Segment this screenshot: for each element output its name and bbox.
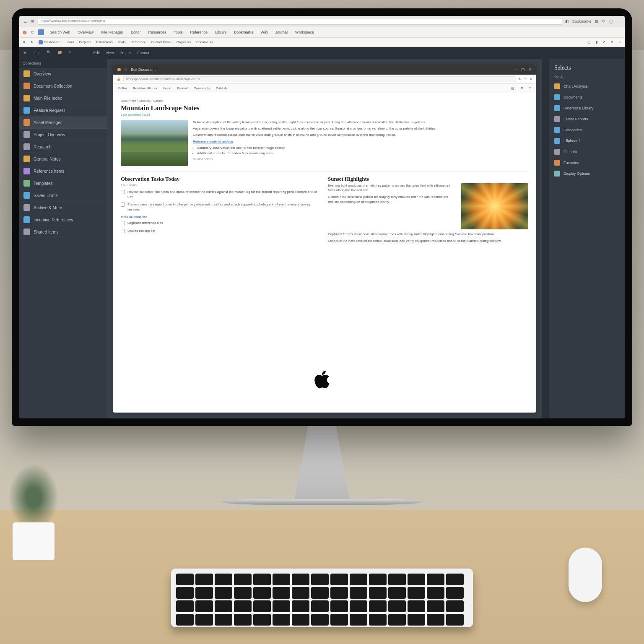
menu-item[interactable]: View [106,51,114,55]
tab-item[interactable]: Overview [76,29,96,35]
scrollbar[interactable] [542,59,549,418]
nav-item[interactable]: Publish [216,86,227,90]
sidebar-item[interactable]: Main File Index [19,92,107,104]
close-icon[interactable]: ✕ [528,68,532,72]
folder-icon[interactable]: 📁 [57,50,62,55]
edit-icon[interactable]: ✎ [68,50,73,55]
gear-icon[interactable]: ⚙ [610,40,613,44]
profile-icon[interactable]: ◯ [609,19,614,24]
sidebar-item[interactable]: Project Overview [19,129,107,141]
nav-item[interactable]: Editor [118,86,127,90]
checkbox[interactable] [121,190,125,194]
bookmark-item[interactable]: Tools [118,40,126,44]
more-icon[interactable]: ⋯ [616,19,621,24]
tool-icon[interactable]: ⚙ [520,86,523,90]
traffic-light-icon[interactable] [124,68,127,71]
traffic-light-icon[interactable] [117,68,121,71]
sidebar-item[interactable]: Research [19,141,107,153]
sidebar-item[interactable]: General Notes [19,153,107,165]
checkbox[interactable] [121,203,125,207]
extension-icon[interactable]: ◧ [565,19,570,24]
reload-icon[interactable]: ↻ [31,40,34,44]
sidebar-item[interactable]: Incoming References [19,214,107,226]
sidebar-item[interactable]: Reference Items [19,165,107,177]
menu-item[interactable]: Edit [93,51,100,55]
back-icon[interactable]: C [31,30,34,34]
sidebar-item[interactable]: Archive & More [19,202,107,214]
bookmarks-label[interactable]: Bookmarks [572,19,591,23]
maximize-icon[interactable]: ▢ [521,68,525,72]
tab-item[interactable]: Wiki [259,29,270,35]
checkbox[interactable] [121,229,125,233]
right-panel-item[interactable]: Chart Analysis [549,81,625,92]
tab-item[interactable]: Reference [188,29,209,35]
app-tile-icon[interactable] [38,29,44,35]
bookmark-item[interactable]: Control Panel [151,40,171,44]
sidebar-item[interactable]: Asset Manager [19,117,107,129]
sidebar-item[interactable]: Saved Drafts [19,190,107,202]
refresh-icon[interactable]: ↻ [519,77,522,81]
shield-icon[interactable]: ⛨ [30,19,35,24]
right-panel-item[interactable]: Favorites [549,157,625,168]
right-panel-item[interactable]: Latest Reports [549,114,625,125]
checkbox[interactable] [121,221,125,225]
right-panel-item[interactable]: File Info [549,146,625,157]
menu-item[interactable]: File [34,51,41,55]
bookmark-item[interactable]: Dashboard [39,40,60,44]
sync-icon[interactable]: ↻ [601,19,606,24]
nav-item[interactable]: Format [177,86,188,90]
right-panel-item[interactable]: Reference Library [549,103,625,114]
meta-link[interactable]: Last modified 09:24 [121,113,528,117]
bookmark-item[interactable]: Documents [196,40,213,44]
tab-item[interactable]: Tools [172,29,184,35]
reference-link[interactable]: Reference material archive [193,139,528,144]
tab-item[interactable]: Search Web [48,29,72,35]
star-icon[interactable]: ☆ [618,40,621,44]
bookmark-item[interactable]: Reference [130,40,146,44]
bookmark-icon[interactable]: ▮ [596,40,597,44]
sidebar-item[interactable]: Overview [19,68,107,80]
home-icon[interactable]: ⬤ [23,30,27,34]
close-icon[interactable]: ✕ [23,40,26,44]
bookmark-item[interactable]: Projects [79,40,91,44]
breadcrumb[interactable]: Document › Articles › Nature [121,99,528,103]
menu-item[interactable]: Format [137,51,149,55]
minimize-icon[interactable]: − [516,68,518,72]
grid-icon[interactable]: ▦ [594,19,599,24]
right-panel-item[interactable]: Documents [549,92,625,103]
tool-icon[interactable]: ▤ [511,86,514,90]
nav-item[interactable]: Comments [194,86,210,90]
panel-icon[interactable]: ▢ [587,40,591,44]
sidebar-item[interactable]: Templates [19,177,107,190]
section-link[interactable]: Mark all complete [121,215,321,219]
tab-item[interactable]: Editor [129,29,143,35]
nav-item[interactable]: Insert [163,86,171,90]
nav-item[interactable]: Revision History [133,86,157,90]
tool-icon[interactable]: ? [529,86,531,90]
tab-item[interactable]: Workspace [293,29,316,35]
tab-item[interactable]: Bookmarks [233,29,255,35]
right-panel-item[interactable]: Categories [549,125,625,135]
tab-item[interactable]: File Manager [99,29,125,35]
right-panel-item[interactable]: Clipboard [549,135,625,146]
check-label: Organize reference files [127,221,163,225]
right-panel-item[interactable]: Display Options [549,168,625,179]
bookmark-item[interactable]: Extensions [96,40,113,44]
tab-item[interactable]: Resources [146,29,168,35]
address-bar[interactable]: https://workspace.example/document/edito… [38,18,562,25]
download-icon[interactable]: ⬇ [530,77,532,81]
menu-icon[interactable]: ☰ [23,19,28,24]
folder-icon [23,156,30,162]
sidebar-item[interactable]: Document Collection [19,80,107,92]
share-icon[interactable]: ↗ [602,40,605,44]
bookmark-item[interactable]: Learn [65,40,74,44]
menu-item[interactable]: Project [119,51,131,55]
tab-item[interactable]: Journal [274,29,290,35]
tab-item[interactable]: Library [213,29,229,35]
doc-url-field[interactable]: workspace/documents/mountain-landscape-n… [123,76,516,82]
sidebar-item[interactable]: Feature Request [19,104,107,117]
search-icon[interactable]: 🔍 [47,50,52,55]
sidebar-item[interactable]: Shared Items [19,226,107,238]
bookmark-item[interactable]: Organizer [177,40,191,44]
star-icon[interactable]: ☆ [524,77,527,81]
